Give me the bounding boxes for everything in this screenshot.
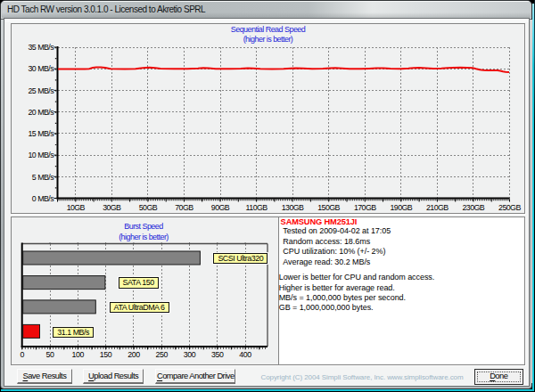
svg-text:150: 150 — [100, 350, 112, 359]
svg-text:300: 300 — [184, 350, 196, 359]
svg-text:200: 200 — [128, 350, 140, 359]
svg-text:350: 350 — [211, 350, 224, 359]
svg-text:250: 250 — [155, 350, 168, 359]
svg-text:0: 0 — [20, 350, 24, 359]
svg-text:400: 400 — [239, 350, 251, 359]
svg-text:100: 100 — [72, 350, 85, 359]
svg-text:50: 50 — [46, 350, 54, 359]
